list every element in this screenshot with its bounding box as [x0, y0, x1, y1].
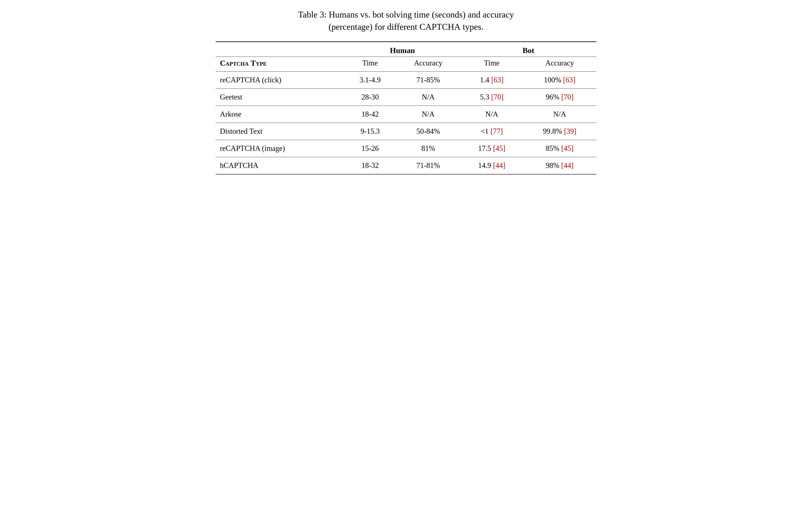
captcha-type-cell: reCAPTCHA (image) — [216, 140, 344, 157]
human-accuracy-cell: 71-85% — [396, 71, 461, 89]
bot-group-header: Bot — [461, 42, 596, 57]
table-row: Distorted Text9-15.350-84%<1 [77]99.8% [… — [216, 123, 596, 140]
human-time-cell: 28-30 — [344, 89, 396, 106]
bot-time-cell: 17.5 [45] — [461, 140, 523, 157]
human-accuracy-header: Accuracy — [396, 57, 461, 71]
human-accuracy-cell: 81% — [396, 140, 461, 157]
bot-time-header: Time — [461, 57, 523, 71]
title-line2: (percentage) for different CAPTCHA types… — [216, 21, 596, 33]
table-row: Arkose18-42N/AN/AN/A — [216, 106, 596, 123]
bot-accuracy-ref: [70] — [561, 93, 574, 101]
page-container: Table 3: Humans vs. bot solving time (se… — [216, 8, 596, 174]
captcha-type-cell: hCAPTCHA — [216, 157, 344, 174]
bot-time-ref: [45] — [493, 144, 505, 153]
comparison-table: Human Bot Captcha Type Time Accuracy Tim… — [216, 41, 596, 174]
bot-time-cell: 1.4 [63] — [461, 71, 523, 89]
table-row: Geetest28-30N/A5.3 [70]96% [70] — [216, 89, 596, 106]
empty-header — [216, 42, 344, 57]
bot-time-cell: <1 [77] — [461, 123, 523, 140]
captcha-type-cell: Distorted Text — [216, 123, 344, 140]
bot-time-ref: [77] — [490, 127, 503, 135]
human-time-cell: 15-26 — [344, 140, 396, 157]
bot-time-ref: [44] — [493, 161, 505, 170]
bot-time-cell: 14.9 [44] — [461, 157, 523, 174]
human-time-header: Time — [344, 57, 396, 71]
bot-time-cell: 5.3 [70] — [461, 89, 523, 106]
captcha-type-cell: Arkose — [216, 106, 344, 123]
bot-time-ref: [70] — [491, 93, 504, 101]
bot-accuracy-header: Accuracy — [523, 57, 596, 71]
captcha-word: CAPTCHA — [420, 22, 461, 32]
bot-accuracy-cell: 96% [70] — [523, 89, 596, 106]
bot-accuracy-ref: [39] — [564, 127, 576, 135]
type-column-header: Captcha Type — [216, 57, 344, 71]
bot-accuracy-cell: 99.8% [39] — [523, 123, 596, 140]
human-group-header: Human — [344, 42, 461, 57]
table-body: reCAPTCHA (click)3.1-4.971-85%1.4 [63]10… — [216, 71, 596, 174]
human-accuracy-cell: N/A — [396, 106, 461, 123]
bot-time-cell: N/A — [461, 106, 523, 123]
bot-accuracy-cell: 85% [45] — [523, 140, 596, 157]
bot-time-ref: [63] — [491, 76, 504, 84]
human-time-cell: 18-42 — [344, 106, 396, 123]
bot-accuracy-ref: [63] — [563, 76, 576, 84]
group-header-row: Human Bot — [216, 42, 596, 57]
table-row: reCAPTCHA (click)3.1-4.971-85%1.4 [63]10… — [216, 71, 596, 89]
human-time-cell: 9-15.3 — [344, 123, 396, 140]
human-accuracy-cell: 71-81% — [396, 157, 461, 174]
human-time-cell: 3.1-4.9 — [344, 71, 396, 89]
table-row: reCAPTCHA (image)15-2681%17.5 [45]85% [4… — [216, 140, 596, 157]
bot-accuracy-cell: N/A — [523, 106, 596, 123]
table-title: Table 3: Humans vs. bot solving time (se… — [216, 8, 596, 33]
human-accuracy-cell: N/A — [396, 89, 461, 106]
title-line1: Table 3: Humans vs. bot solving time (se… — [216, 8, 596, 21]
human-time-cell: 18-32 — [344, 157, 396, 174]
bot-accuracy-ref: [45] — [561, 144, 574, 153]
subheader-row: Captcha Type Time Accuracy Time Accuracy — [216, 57, 596, 71]
captcha-type-cell: Geetest — [216, 89, 344, 106]
bot-accuracy-ref: [44] — [561, 161, 574, 170]
table-row: hCAPTCHA18-3271-81%14.9 [44]98% [44] — [216, 157, 596, 174]
bot-accuracy-cell: 98% [44] — [523, 157, 596, 174]
human-accuracy-cell: 50-84% — [396, 123, 461, 140]
bot-accuracy-cell: 100% [63] — [523, 71, 596, 89]
captcha-type-cell: reCAPTCHA (click) — [216, 71, 344, 89]
